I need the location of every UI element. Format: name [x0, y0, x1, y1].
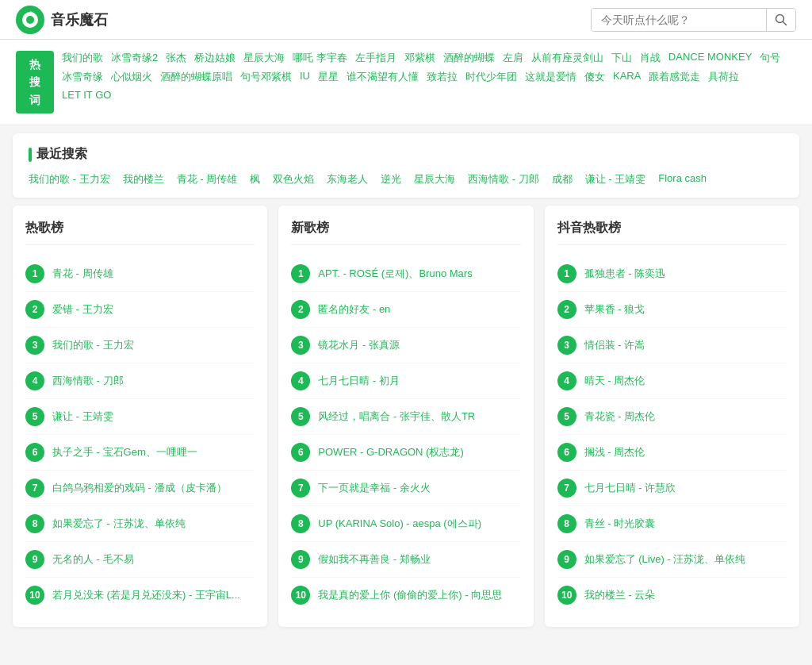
hot-keyword[interactable]: 具荷拉 — [708, 70, 739, 84]
hot-keyword[interactable]: 左手指月 — [355, 51, 396, 65]
table-row[interactable]: 2爱错 - 王力宏 — [25, 292, 255, 328]
logo-text: 音乐魔石 — [51, 10, 108, 29]
recent-search-section: 最近搜索 我们的歌 - 王力宏我的楼兰青花 - 周传雄枫双色火焰东海老人逆光星辰… — [13, 133, 799, 198]
hot-keyword[interactable]: KARA — [613, 70, 641, 82]
table-row[interactable]: 1青花 - 周传雄 — [25, 256, 255, 292]
table-row[interactable]: 9如果爱忘了 (Live) - 汪苏泷、单依纯 — [557, 542, 787, 578]
table-row[interactable]: 6POWER - G-DRAGON (权志龙) — [291, 435, 520, 471]
table-row[interactable]: 4西海情歌 - 刀郎 — [25, 363, 255, 399]
header: 音乐魔石 — [0, 0, 812, 40]
table-row[interactable]: 3镜花水月 - 张真源 — [291, 328, 520, 363]
hot-keyword[interactable]: 我们的歌 — [62, 51, 103, 65]
rank-badge: 2 — [291, 300, 310, 319]
rank-badge: 2 — [25, 300, 44, 319]
table-row[interactable]: 3情侣装 - 许嵩 — [557, 328, 787, 363]
rank-badge: 10 — [25, 586, 44, 605]
table-row[interactable]: 7七月七日晴 - 许慧欣 — [557, 471, 787, 506]
hot-keyword[interactable]: 致若拉 — [427, 70, 458, 84]
rank-badge: 7 — [557, 479, 576, 498]
search-button[interactable] — [766, 9, 795, 31]
table-row[interactable]: 6执子之手 - 宝石Gem、一哩哩一 — [25, 435, 255, 471]
table-row[interactable]: 8UP (KARINA Solo) - aespa (에스파) — [291, 506, 520, 542]
search-input[interactable] — [592, 9, 766, 31]
recent-keyword[interactable]: 东海老人 — [327, 172, 368, 186]
table-row[interactable]: 4七月七日晴 - 初月 — [291, 363, 520, 399]
recent-keyword[interactable]: 成都 — [552, 172, 573, 186]
hot-keyword[interactable]: 句号 — [760, 51, 780, 65]
recent-keyword[interactable]: 逆光 — [381, 172, 401, 186]
table-row[interactable]: 6搁浅 - 周杰伦 — [557, 435, 787, 471]
table-row[interactable]: 10我是真的爱上你 (偷偷的爱上你) - 向思思 — [291, 578, 520, 613]
rank-badge: 8 — [25, 514, 44, 533]
chart-song-label: 假如我不再善良 - 郑畅业 — [318, 552, 431, 567]
hot-keyword[interactable]: 酒醉的蝴蝶原唱 — [160, 70, 232, 84]
chart-song-label: POWER - G-DRAGON (权志龙) — [318, 445, 463, 459]
rank-badge: 1 — [25, 264, 44, 283]
table-row[interactable]: 2苹果香 - 狼戈 — [557, 292, 787, 328]
hot-keyword[interactable]: 酒醉的蝴蝶 — [443, 51, 495, 65]
hot-keyword[interactable]: 心似烟火 — [111, 70, 152, 84]
table-row[interactable]: 9无名的人 - 毛不易 — [25, 542, 255, 578]
recent-keyword[interactable]: Flora cash — [658, 172, 707, 186]
title-bar-icon — [29, 148, 32, 162]
recent-keyword[interactable]: 我的楼兰 — [123, 172, 164, 186]
hot-keyword[interactable]: 邓紫棋 — [404, 51, 435, 65]
table-row[interactable]: 5风经过，唱离合 - 张宇佳、散人TR — [291, 399, 520, 435]
hot-keyword[interactable]: 肖战 — [640, 51, 661, 65]
hot-keyword[interactable]: 哪吒 李宇春 — [293, 51, 347, 65]
table-row[interactable]: 8青丝 - 时光胶囊 — [557, 506, 787, 542]
chart-title-0: 热歌榜 — [25, 220, 255, 245]
chart-song-label: UP (KARINA Solo) - aespa (에스파) — [318, 517, 481, 531]
logo: 音乐魔石 — [16, 6, 108, 34]
hot-keyword[interactable]: 从前有座灵剑山 — [531, 51, 603, 65]
chart-song-label: 如果爱忘了 - 汪苏泷、单依纯 — [52, 517, 186, 531]
table-row[interactable]: 5谦让 - 王靖雯 — [25, 399, 255, 435]
hot-keyword[interactable]: IU — [300, 70, 310, 82]
chart-song-label: 青花 - 周传雄 — [52, 267, 113, 281]
hot-keyword[interactable]: 傻女 — [584, 70, 605, 84]
table-row[interactable]: 5青花瓷 - 周杰伦 — [557, 399, 787, 435]
hot-keyword[interactable]: 张杰 — [166, 51, 186, 65]
table-row[interactable]: 2匿名的好友 - en — [291, 292, 520, 328]
recent-keyword[interactable]: 星辰大海 — [414, 172, 455, 186]
recent-keyword[interactable]: 谦让 - 王靖雯 — [585, 172, 646, 186]
hot-keyword[interactable]: 冰雪奇缘2 — [111, 51, 158, 65]
table-row[interactable]: 1APT. - ROSÉ (로제)、Bruno Mars — [291, 256, 520, 292]
table-row[interactable]: 7白鸽乌鸦相爱的戏码 - 潘成（皮卡潘） — [25, 471, 255, 506]
rank-badge: 2 — [557, 300, 576, 319]
recent-keyword[interactable]: 双色火焰 — [273, 172, 314, 186]
chart-song-label: 爱错 - 王力宏 — [52, 302, 113, 317]
hot-keyword[interactable]: 星星 — [318, 70, 339, 84]
recent-keyword[interactable]: 西海情歌 - 刀郎 — [468, 172, 539, 186]
charts-area: 热歌榜1青花 - 周传雄2爱错 - 王力宏3我们的歌 - 王力宏4西海情歌 - … — [13, 206, 799, 627]
table-row[interactable]: 7下一页就是幸福 - 余火火 — [291, 471, 520, 506]
hot-keyword[interactable]: 这就是爱情 — [525, 70, 576, 84]
recent-keyword[interactable]: 枫 — [250, 172, 260, 186]
table-row[interactable]: 1孤独患者 - 陈奕迅 — [557, 256, 787, 292]
hot-keyword[interactable]: LET IT GO — [62, 89, 111, 101]
hot-keyword[interactable]: 时代少年团 — [465, 70, 517, 84]
hot-keyword[interactable]: 星辰大海 — [243, 51, 285, 65]
chart-song-label: 七月七日晴 - 许慧欣 — [584, 481, 676, 495]
chart-song-label: 我们的歌 - 王力宏 — [52, 338, 134, 352]
svg-line-4 — [783, 21, 787, 25]
hot-keyword[interactable]: 跟着感觉走 — [649, 70, 700, 84]
hot-keyword[interactable]: 下山 — [611, 51, 632, 65]
hot-keyword[interactable]: 桥边姑娘 — [194, 51, 236, 65]
chart-song-label: 如果爱忘了 (Live) - 汪苏泷、单依纯 — [584, 552, 746, 567]
hot-keywords-container: 我们的歌冰雪奇缘2张杰桥边姑娘星辰大海哪吒 李宇春左手指月邓紫棋酒醉的蝴蝶左肩从… — [62, 51, 796, 101]
table-row[interactable]: 9假如我不再善良 - 郑畅业 — [291, 542, 520, 578]
recent-keyword[interactable]: 我们的歌 - 王力宏 — [29, 172, 110, 186]
table-row[interactable]: 10我的楼兰 - 云朵 — [557, 578, 787, 613]
hot-keyword[interactable]: 左肩 — [503, 51, 523, 65]
table-row[interactable]: 10若月兑没来 (若是月兑还没来) - 王宇宙L... — [25, 578, 255, 613]
hot-keyword[interactable]: DANCE MONKEY — [668, 51, 752, 63]
hot-keyword[interactable]: 谁不渴望有人懂 — [347, 70, 419, 84]
table-row[interactable]: 4晴天 - 周杰伦 — [557, 363, 787, 399]
recent-keyword[interactable]: 青花 - 周传雄 — [177, 172, 238, 186]
rank-badge: 6 — [291, 443, 310, 462]
table-row[interactable]: 8如果爱忘了 - 汪苏泷、单依纯 — [25, 506, 255, 542]
table-row[interactable]: 3我们的歌 - 王力宏 — [25, 328, 255, 363]
hot-keyword[interactable]: 冰雪奇缘 — [62, 70, 103, 84]
hot-keyword[interactable]: 句号邓紫棋 — [240, 70, 292, 84]
